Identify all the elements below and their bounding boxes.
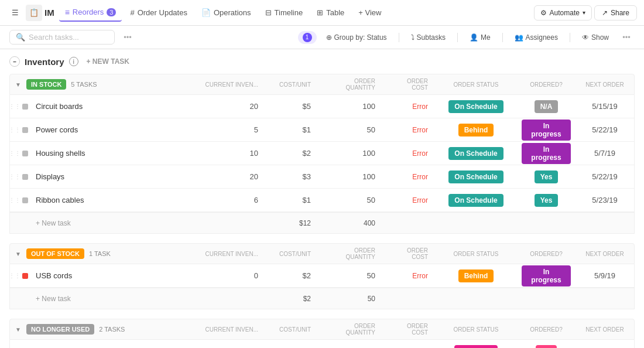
col-header-inv-out-of-stock: CURRENT INVEN... [189, 251, 265, 257]
order-status[interactable]: On Schedule [435, 147, 517, 160]
order-updates-icon: # [130, 8, 134, 17]
ordered-status[interactable]: Yes [517, 194, 576, 207]
ordered-status[interactable]: In progress [517, 143, 576, 164]
group-collapse-in-stock[interactable]: ▼ [10, 81, 26, 88]
inventory-collapse-button[interactable]: – [9, 56, 20, 67]
group-table-no-longer-used: ⋮⋮ Cases 0 $5 40 Error Canceled No 5/7/1… [9, 340, 635, 348]
group-header-out-of-stock: ▼ OUT OF STOCK 1 TASK CURRENT INVEN... C… [9, 243, 635, 264]
order-quantity: 50 [318, 125, 382, 134]
ordered-status[interactable]: In progress [517, 120, 576, 141]
toolbar-more-icon[interactable]: ••• [618, 29, 635, 46]
task-name[interactable]: Power cords [31, 125, 189, 134]
tab-operations[interactable]: 📄 Operations [196, 5, 257, 21]
group-header-no-longer-used: ▼ NO LONGER USED 2 TASKS CURRENT INVEN..… [9, 319, 635, 340]
tab-add-view[interactable]: + View [352, 5, 387, 21]
order-quantity: 100 [318, 172, 382, 181]
search-more-icon[interactable]: ••• [119, 29, 136, 46]
table-row[interactable]: ⋮⋮ Power cords 5 $1 50 Error Behind In p… [10, 118, 634, 142]
sidebar-toggle-icon[interactable]: ☰ [7, 5, 23, 21]
search-placeholder: Search tasks... [29, 33, 79, 42]
order-status[interactable]: On Schedule [435, 194, 517, 207]
row-checkbox[interactable] [19, 127, 31, 133]
doc-icon[interactable]: 📋 [26, 5, 42, 21]
group-section-no-longer-used: ▼ NO LONGER USED 2 TASKS CURRENT INVEN..… [9, 319, 635, 348]
group-by-button[interactable]: ⊕ Group by: Status [321, 32, 392, 43]
tab-timeline-label: Timeline [275, 8, 303, 17]
row-checkbox[interactable] [19, 197, 31, 203]
order-cost: Error [382, 102, 435, 111]
ordered-status[interactable]: N/A [517, 100, 576, 113]
me-button[interactable]: 👤 Me [465, 32, 495, 43]
task-name[interactable]: Ribbon cables [31, 196, 189, 204]
search-icon: 🔍 [16, 33, 25, 42]
order-cost: Error [382, 125, 435, 134]
filter-chip[interactable]: 1 [298, 31, 317, 44]
current-inventory: 10 [189, 149, 265, 158]
task-name[interactable]: USB cords [31, 271, 189, 280]
table-icon: ⊞ [317, 8, 323, 17]
new-task-button[interactable]: + New task [31, 219, 189, 227]
group-footer-row: + New task $12 400 [10, 212, 634, 233]
task-name[interactable]: Circuit boards [31, 102, 189, 111]
tab-operations-label: Operations [214, 8, 251, 17]
order-status[interactable]: Behind [435, 269, 517, 282]
inventory-new-task-button[interactable]: + NEW TASK [83, 56, 133, 67]
share-button[interactable]: ↗ Share [594, 5, 637, 21]
order-status[interactable]: On Schedule [435, 170, 517, 183]
row-checkbox[interactable] [19, 174, 31, 180]
group-badge-out-of-stock: OUT OF STOCK [26, 248, 84, 259]
drag-handle[interactable]: ⋮⋮ [10, 173, 19, 180]
show-button[interactable]: 👁 Show [577, 32, 614, 43]
col-header-qty-no-longer-used: ORDER QUANTITY [318, 323, 382, 336]
order-status[interactable]: Behind [435, 124, 517, 137]
table-row[interactable]: ⋮⋮ USB cords 0 $2 50 Error Behind In pro… [10, 264, 634, 288]
drag-handle[interactable]: ⋮⋮ [10, 197, 19, 203]
table-row[interactable]: ⋮⋮ Circuit boards 20 $5 100 Error On Sch… [10, 95, 634, 118]
subtasks-button[interactable]: ⤵ Subtasks [406, 32, 450, 43]
col-header-next-no-longer-used: NEXT ORDER [576, 326, 634, 333]
inventory-info-icon[interactable]: i [69, 57, 78, 66]
order-quantity: 100 [318, 102, 382, 111]
drag-handle[interactable]: ⋮⋮ [10, 272, 19, 279]
task-name[interactable]: Housing shells [31, 149, 189, 158]
tab-reorders-label: Reorders [73, 8, 104, 16]
tab-reorders[interactable]: ≡ Reorders 3 [59, 4, 122, 22]
automate-button[interactable]: ⚙ Automate ▾ [534, 5, 592, 21]
current-inventory: 20 [189, 172, 265, 181]
row-checkbox[interactable] [19, 151, 31, 156]
tab-table[interactable]: ⊞ Table [311, 5, 350, 21]
group-collapse-no-longer-used[interactable]: ▼ [10, 326, 26, 333]
drag-handle[interactable]: ⋮⋮ [10, 150, 19, 156]
next-order-date: 5/22/19 [576, 125, 634, 134]
assignees-button[interactable]: 👥 Assignees [510, 32, 563, 43]
table-row[interactable]: ⋮⋮ Housing shells 10 $2 100 Error On Sch… [10, 142, 634, 165]
me-label: Me [481, 33, 491, 42]
row-checkbox[interactable] [19, 273, 31, 279]
search-box[interactable]: 🔍 Search tasks... [9, 30, 115, 45]
new-task-button[interactable]: + New task [31, 295, 189, 303]
ordered-status[interactable]: In progress [517, 265, 576, 286]
assignees-label: Assignees [526, 33, 558, 42]
table-row[interactable]: ⋮⋮ Cases 0 $5 40 Error Canceled No 5/7/1… [10, 340, 634, 348]
drag-handle[interactable]: ⋮⋮ [10, 127, 19, 133]
group-collapse-out-of-stock[interactable]: ▼ [10, 251, 26, 257]
table-row[interactable]: ⋮⋮ Displays 20 $3 100 Error On Schedule … [10, 165, 634, 189]
drag-handle[interactable]: ⋮⋮ [10, 103, 19, 110]
table-row[interactable]: ⋮⋮ Ribbon cables 6 $1 50 Error On Schedu… [10, 189, 634, 212]
group-task-count-out-of-stock: 1 TASK [89, 250, 111, 257]
task-name[interactable]: Displays [31, 172, 189, 181]
ordered-status[interactable]: Yes [517, 170, 576, 183]
order-status[interactable]: Canceled [435, 345, 517, 349]
ordered-status[interactable]: No [517, 345, 576, 349]
ordered-chip: Yes [535, 170, 559, 183]
tab-order-updates[interactable]: # Order Updates [124, 5, 193, 21]
tab-timeline[interactable]: ⊟ Timeline [259, 5, 309, 21]
operations-icon: 📄 [201, 8, 211, 17]
main-content: – Inventory i + NEW TASK ▼ IN STOCK 5 TA… [0, 49, 644, 348]
row-checkbox[interactable] [19, 104, 31, 110]
group-task-count-in-stock: 5 TASKS [71, 81, 97, 88]
order-status[interactable]: On Schedule [435, 100, 517, 113]
cost-unit: $2 [265, 149, 318, 158]
share-icon: ↗ [602, 9, 608, 17]
ordered-chip: No [536, 345, 557, 349]
